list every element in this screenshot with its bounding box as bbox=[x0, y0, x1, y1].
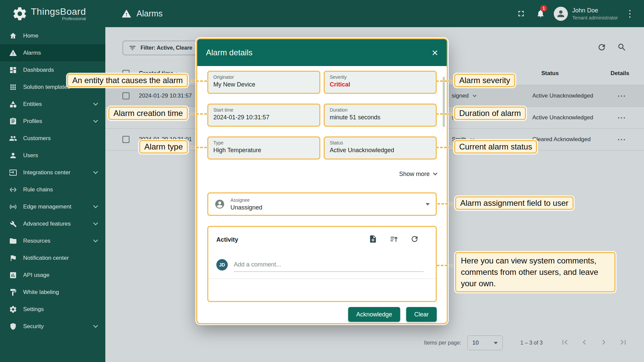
acknowledge-button[interactable]: Acknowledge bbox=[348, 307, 400, 322]
field-value: Active Unacknowledged bbox=[330, 147, 431, 154]
add-note-icon bbox=[369, 235, 377, 243]
field-value: 2024-01-29 10:31:57 bbox=[213, 114, 314, 121]
field-value: My New Device bbox=[213, 81, 314, 88]
comment-input[interactable]: Add a comment... bbox=[234, 261, 424, 272]
refresh-comments-button[interactable] bbox=[410, 235, 419, 245]
sort-icon bbox=[389, 235, 398, 243]
chevron-down-icon bbox=[433, 171, 437, 175]
close-icon[interactable]: × bbox=[432, 47, 438, 58]
divider bbox=[208, 279, 436, 279]
activity-title: Activity bbox=[216, 236, 369, 243]
field-label: Start time bbox=[213, 107, 314, 113]
field-value: High Temperature bbox=[213, 147, 314, 154]
annotation-assignee: Alarm assignment field to user bbox=[455, 196, 574, 210]
connector-line bbox=[436, 80, 455, 82]
field-label: Duration bbox=[330, 107, 431, 113]
connector-line bbox=[188, 113, 207, 115]
add-note-button[interactable] bbox=[369, 235, 377, 245]
connector-line bbox=[188, 147, 207, 148]
field-value: minute 51 seconds bbox=[330, 114, 431, 121]
dialog-scrollbar[interactable] bbox=[443, 77, 445, 127]
field-severity: Severity Critical bbox=[324, 71, 437, 94]
field-status: Status Active Unacknowledged bbox=[324, 136, 437, 160]
clear-button[interactable]: Clear bbox=[406, 307, 437, 322]
assignee-value: Unassigned bbox=[230, 204, 262, 211]
assignee-person-icon bbox=[214, 199, 225, 209]
field-duration: Duration minute 51 seconds bbox=[324, 104, 437, 127]
connector-line bbox=[437, 265, 456, 266]
dialog-body: Originator My New Device Severity Critic… bbox=[197, 66, 447, 325]
field-start-time: Start time 2024-01-29 10:31:57 bbox=[207, 104, 320, 127]
connector-line bbox=[188, 80, 207, 82]
annotation-severity: Alarm severity bbox=[454, 74, 515, 87]
field-label: Type bbox=[213, 140, 314, 145]
dialog-title: Alarm details bbox=[206, 48, 253, 57]
field-value-critical: Critical bbox=[330, 81, 431, 88]
field-type: Type High Temperature bbox=[207, 136, 320, 160]
connector-line bbox=[436, 147, 455, 148]
connector-line bbox=[436, 113, 455, 115]
dropdown-arrow-icon bbox=[426, 203, 430, 205]
annotation-activity: Here you can view system comments, comme… bbox=[455, 252, 615, 292]
alarm-details-dialog: Alarm details × Originator My New Device… bbox=[196, 38, 448, 324]
field-originator: Originator My New Device bbox=[207, 71, 320, 94]
field-label: Status bbox=[330, 140, 431, 145]
assignee-label: Assignee bbox=[230, 197, 262, 203]
dialog-header: Alarm details × bbox=[197, 39, 447, 66]
field-label: Originator bbox=[213, 74, 314, 80]
annotation-originator: An entity that causes the alarm bbox=[67, 74, 188, 87]
annotation-status: Current alarm status bbox=[454, 140, 537, 154]
activity-panel: Activity JD Add a comment... bbox=[207, 226, 437, 302]
annotation-creation-time: Alarm creation time bbox=[108, 107, 188, 120]
sort-comments-button[interactable] bbox=[389, 235, 398, 245]
current-user-avatar: JD bbox=[216, 259, 228, 270]
show-more-toggle[interactable]: Show more bbox=[207, 170, 437, 178]
app-root: ThingsBoard Professional Home Alarms Das… bbox=[0, 0, 644, 362]
annotation-duration: Duration of alarm bbox=[454, 107, 526, 120]
field-label: Severity bbox=[330, 74, 431, 80]
assignee-select[interactable]: Assignee Unassigned bbox=[207, 192, 437, 216]
refresh-icon bbox=[410, 235, 419, 243]
connector-line bbox=[437, 203, 456, 204]
annotation-type: Alarm type bbox=[139, 140, 188, 154]
